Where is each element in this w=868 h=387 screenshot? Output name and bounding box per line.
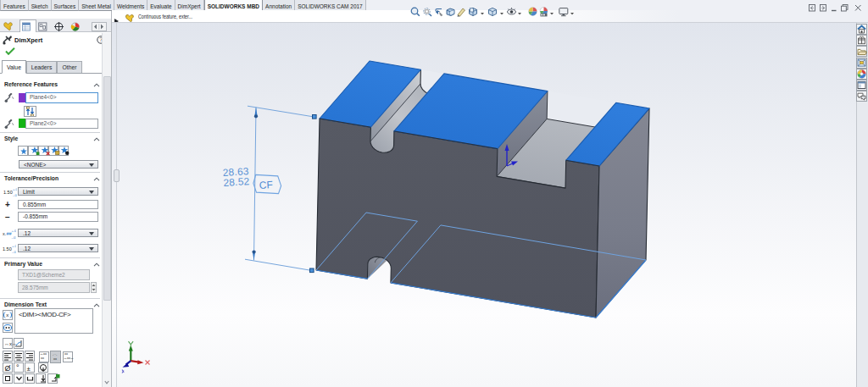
svg-text:-.02: -.02	[12, 250, 16, 254]
svg-text:1.50: 1.50	[3, 246, 12, 252]
svg-text:↔xx↔: ↔xx↔	[64, 356, 74, 360]
svg-text:1.50: 1.50	[3, 190, 13, 195]
svg-text:x: x	[6, 312, 8, 318]
svg-text:°: °	[16, 363, 19, 372]
svg-text:-.02: -.02	[13, 193, 17, 197]
svg-text:Ø: Ø	[5, 364, 11, 373]
svg-text:CF: CF	[259, 179, 273, 191]
svg-text:↔x↔: ↔x↔	[4, 341, 17, 346]
svg-text:+.02: +.02	[13, 187, 17, 191]
svg-text:xx: xx	[53, 357, 57, 361]
svg-text:+.01: +.01	[12, 229, 17, 233]
svg-text:xx: xx	[41, 356, 44, 360]
svg-text:-.01: -.01	[12, 235, 17, 240]
svg-text:+.02: +.02	[12, 244, 16, 248]
svg-text:±: ±	[27, 365, 31, 373]
